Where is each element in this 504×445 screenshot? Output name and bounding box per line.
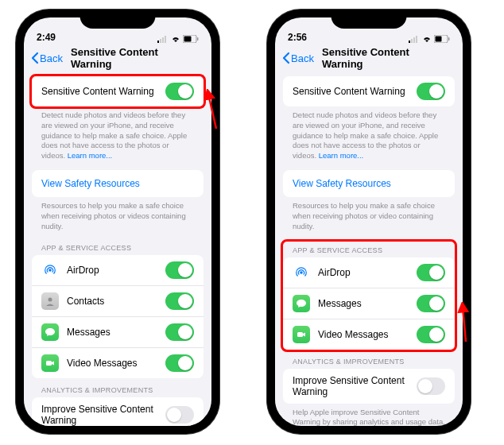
app-row-airdrop: AirDrop	[283, 257, 455, 288]
main-toggle-row: Sensitive Content Warning	[283, 76, 455, 106]
chevron-left-icon	[281, 52, 290, 64]
apps-header: APP & SERVICE ACCESS	[283, 242, 455, 257]
safety-resources-link: View Safety Resources	[293, 178, 391, 189]
svg-rect-12	[411, 39, 413, 43]
page-title: Sensitive Content Warning	[71, 46, 165, 70]
status-time: 2:56	[288, 32, 307, 43]
signal-icon	[157, 36, 169, 43]
screen: 2:56 Back Sensitive Content Warning Sens…	[275, 17, 463, 426]
svg-rect-16	[436, 37, 442, 42]
svg-rect-6	[197, 37, 199, 41]
apps-header: APP & SERVICE ACCESS	[32, 236, 204, 255]
svg-rect-0	[157, 41, 159, 43]
svg-rect-14	[416, 36, 417, 43]
app-label: Contacts	[67, 296, 104, 307]
main-toggle[interactable]	[165, 83, 194, 100]
svg-rect-11	[409, 41, 410, 43]
signal-icon	[409, 36, 420, 43]
notch	[80, 10, 156, 29]
safety-desc: Resources to help you make a safe choice…	[32, 197, 204, 235]
airdrop-toggle[interactable]	[417, 264, 445, 281]
app-row-video-messages: Video Messages	[32, 347, 204, 378]
analytics-toggle[interactable]	[417, 377, 445, 395]
wifi-icon	[422, 36, 432, 43]
video-messages-toggle[interactable]	[417, 326, 445, 343]
nav-bar: Back Sensitive Content Warning	[24, 44, 211, 72]
analytics-toggle[interactable]	[165, 406, 194, 424]
svg-point-7	[48, 269, 52, 272]
video-messages-icon	[293, 326, 310, 343]
iphone-right: 2:56 Back Sensitive Content Warning Sens…	[267, 10, 471, 434]
airdrop-toggle[interactable]	[165, 261, 194, 279]
back-label: Back	[291, 52, 314, 64]
safety-resources-row[interactable]: View Safety Resources	[283, 170, 455, 197]
app-label: Messages	[67, 327, 110, 338]
svg-rect-1	[160, 39, 161, 43]
learn-more-link[interactable]: Learn more...	[319, 151, 364, 160]
notch	[331, 10, 407, 29]
app-row-video-messages: Video Messages	[283, 319, 455, 350]
iphone-left: 2:49 Back Sensitive Content Warning Sens…	[16, 10, 219, 434]
analytics-label: Improve Sensitive Content Warning	[293, 375, 417, 397]
svg-rect-9	[46, 361, 52, 366]
safety-resources-row[interactable]: View Safety Resources	[32, 170, 204, 197]
messages-icon	[293, 295, 310, 312]
messages-toggle[interactable]	[165, 323, 194, 341]
safety-desc: Resources to help you make a safe choice…	[283, 197, 455, 235]
contacts-toggle[interactable]	[165, 292, 194, 310]
main-toggle-label: Sensitive Content Warning	[293, 86, 405, 97]
svg-rect-2	[162, 37, 164, 43]
back-label: Back	[40, 52, 63, 64]
svg-point-8	[48, 297, 52, 301]
svg-rect-19	[297, 332, 303, 337]
contacts-icon	[41, 292, 59, 310]
main-toggle-label: Sensitive Content Warning	[41, 86, 154, 97]
video-messages-toggle[interactable]	[165, 354, 194, 372]
app-label: Video Messages	[67, 358, 138, 369]
back-button[interactable]: Back	[281, 52, 314, 64]
app-row-airdrop: AirDrop	[32, 255, 204, 285]
svg-rect-13	[413, 37, 415, 43]
analytics-row: Improve Sensitive Content Warning	[283, 369, 455, 404]
messages-toggle[interactable]	[417, 295, 445, 312]
battery-icon	[183, 35, 199, 43]
main-toggle-row: Sensitive Content Warning	[32, 76, 204, 106]
battery-icon	[434, 35, 450, 43]
page-title: Sensitive Content Warning	[322, 46, 416, 70]
video-messages-icon	[41, 354, 59, 372]
status-icons	[157, 35, 199, 43]
svg-rect-17	[448, 37, 450, 41]
main-toggle[interactable]	[417, 83, 445, 100]
analytics-desc: Help Apple improve Sensitive Content War…	[283, 404, 455, 427]
status-icons	[409, 35, 450, 43]
safety-resources-link: View Safety Resources	[41, 178, 140, 189]
app-label: AirDrop	[67, 265, 99, 276]
app-row-messages: Messages	[283, 288, 455, 319]
analytics-row: Improve Sensitive Content Warning	[32, 397, 204, 427]
back-button[interactable]: Back	[30, 52, 63, 64]
highlight-main-toggle: Sensitive Content Warning	[29, 74, 206, 109]
learn-more-link[interactable]: Learn more...	[68, 151, 113, 160]
nav-bar: Back Sensitive Content Warning	[275, 44, 463, 72]
svg-rect-3	[165, 36, 166, 43]
app-label: Messages	[318, 298, 362, 309]
status-time: 2:49	[37, 32, 56, 43]
chevron-left-icon	[30, 52, 39, 64]
svg-point-18	[300, 271, 303, 274]
highlight-apps-section: APP & SERVICE ACCESS AirDrop	[281, 239, 457, 352]
analytics-header: ANALYTICS & IMPROVEMENTS	[283, 350, 455, 369]
app-row-messages: Messages	[32, 316, 204, 347]
analytics-label: Improve Sensitive Content Warning	[41, 404, 165, 426]
main-desc: Detect nude photos and videos before the…	[283, 106, 455, 165]
svg-rect-5	[184, 37, 192, 42]
app-label: AirDrop	[318, 267, 351, 278]
app-label: Video Messages	[318, 329, 389, 340]
main-desc: Detect nude photos and videos before the…	[32, 106, 204, 165]
svg-line-20	[463, 307, 466, 342]
app-row-contacts: Contacts	[32, 285, 204, 316]
screen: 2:49 Back Sensitive Content Warning Sens…	[24, 17, 211, 426]
wifi-icon	[171, 36, 180, 43]
analytics-header: ANALYTICS & IMPROVEMENTS	[32, 378, 204, 397]
messages-icon	[41, 323, 59, 341]
airdrop-icon	[41, 261, 59, 279]
